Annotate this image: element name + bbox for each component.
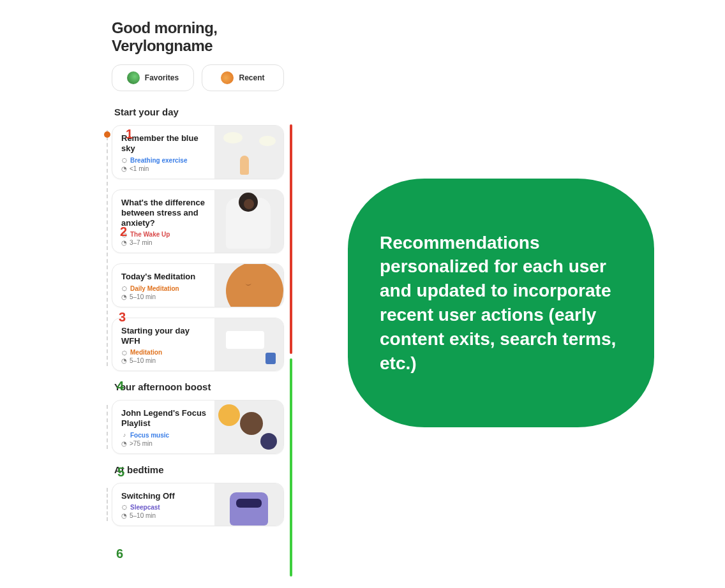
- clock-icon: ◔: [121, 239, 127, 246]
- card-title: John Legend's Focus Playlist: [121, 408, 207, 429]
- card-thumbnail: [214, 126, 283, 179]
- annotation-number-5: 5: [117, 466, 124, 478]
- greeting-line2: Verylongname: [112, 37, 213, 54]
- annotation-number-3: 3: [119, 311, 126, 323]
- card-blue-sky[interactable]: Remember the blue sky ◌ Breathing exerci…: [112, 125, 284, 179]
- recent-button[interactable]: Recent: [202, 64, 284, 91]
- card-duration: >75 min: [130, 440, 153, 447]
- timeline-afternoon: John Legend's Focus Playlist ♪ Focus mus…: [112, 400, 284, 454]
- card-duration: 5–10 min: [130, 512, 156, 519]
- annotation-number-4: 4: [117, 379, 124, 392]
- timeline-dot-active-icon: [104, 131, 110, 138]
- speaker-icon: ◌: [121, 504, 128, 510]
- speaker-icon: ◌: [121, 349, 128, 356]
- clock-icon: ◔: [121, 512, 127, 519]
- card-switching-off[interactable]: Switching Off ◌ Sleepcast ◔ 5–10 min: [112, 483, 284, 526]
- card-wfh[interactable]: Starting your day WFH ◌ Meditation ◔ 5–1…: [112, 318, 284, 372]
- card-thumbnail: [214, 318, 283, 371]
- clock-icon: [221, 71, 234, 84]
- timeline-start: Remember the blue sky ◌ Breathing exerci…: [112, 125, 284, 371]
- card-tag: The Wake Up: [130, 231, 170, 238]
- card-title: Starting your day WFH: [121, 326, 207, 347]
- card-tag: Meditation: [130, 349, 162, 356]
- callout-text: Recommendations personalized for each us…: [380, 231, 622, 376]
- section-afternoon-boost: Your afternoon boost: [114, 381, 284, 392]
- favorites-label: Favorites: [145, 73, 179, 82]
- annotation-number-2: 2: [120, 225, 127, 238]
- favorites-button[interactable]: Favorites: [112, 64, 194, 91]
- annotation-rail-green: [290, 358, 292, 577]
- section-at-bedtime: At bedtime: [114, 464, 284, 475]
- card-tag: Daily Meditation: [130, 285, 179, 292]
- annotation-number-6: 6: [116, 547, 123, 560]
- heart-icon: [127, 71, 140, 84]
- card-duration: 3–7 min: [130, 239, 153, 246]
- clock-icon: ◔: [121, 293, 127, 300]
- callout-bubble: Recommendations personalized for each us…: [348, 179, 654, 427]
- greeting-line1: Good morning,: [112, 19, 217, 36]
- card-thumbnail: [214, 401, 283, 453]
- card-duration: 5–10 min: [130, 293, 156, 300]
- greeting: Good morning, Verylongname: [112, 19, 284, 54]
- timeline-bedtime: Switching Off ◌ Sleepcast ◔ 5–10 min: [112, 483, 284, 526]
- card-title: Remember the blue sky: [121, 133, 207, 154]
- card-tag: Focus music: [130, 432, 169, 439]
- card-tag: Breathing exercise: [130, 157, 188, 164]
- breathing-icon: ◌: [121, 157, 128, 163]
- annotation-number-1: 1: [126, 128, 133, 140]
- card-focus-playlist[interactable]: John Legend's Focus Playlist ♪ Focus mus…: [112, 400, 284, 454]
- clock-icon: ◔: [121, 357, 127, 364]
- speaker-icon: ◌: [121, 285, 128, 291]
- pill-row: Favorites Recent: [112, 64, 284, 91]
- recent-label: Recent: [239, 73, 264, 82]
- card-duration: 5–10 min: [130, 357, 156, 364]
- app-feed-column: Good morning, Verylongname Favorites Rec…: [112, 19, 284, 536]
- section-start-your-day: Start your day: [114, 107, 284, 117]
- clock-icon: ◔: [121, 165, 127, 172]
- card-thumbnail: [214, 190, 283, 253]
- annotation-rail-red: [290, 124, 292, 354]
- card-today-meditation[interactable]: Today's Meditation ◌ Daily Meditation ◔ …: [112, 263, 284, 307]
- clock-icon: ◔: [121, 440, 127, 447]
- card-thumbnail: ︶: [214, 264, 283, 306]
- card-duration: <1 min: [130, 165, 149, 172]
- card-title: Today's Meditation: [121, 272, 207, 282]
- music-icon: ♪: [121, 432, 128, 438]
- card-thumbnail: [214, 483, 283, 526]
- card-title: What's the difference between stress and…: [121, 198, 207, 229]
- card-stress-anxiety[interactable]: What's the difference between stress and…: [112, 189, 284, 254]
- card-tag: Sleepcast: [130, 504, 160, 511]
- card-title: Switching Off: [121, 491, 207, 501]
